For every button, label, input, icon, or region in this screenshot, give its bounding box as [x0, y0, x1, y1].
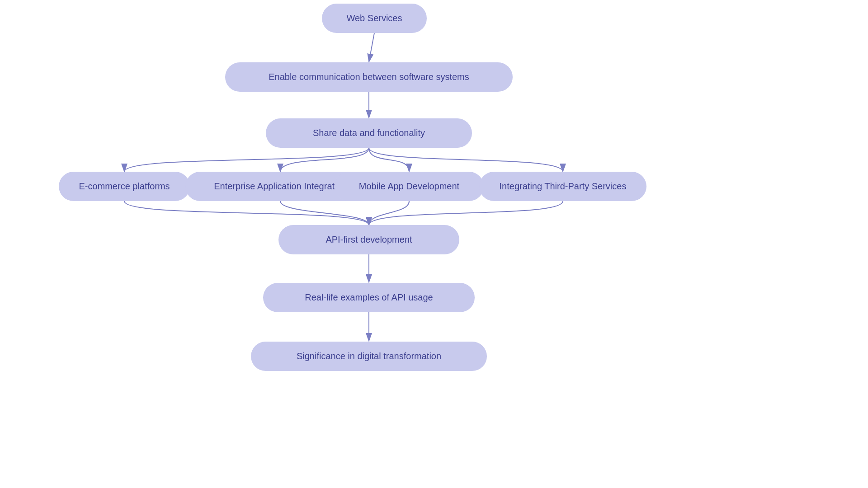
node-significance: Significance in digital transformation: [251, 342, 487, 371]
node-web-services: Web Services: [322, 4, 427, 33]
node-real-life: Real-life examples of API usage: [263, 283, 475, 312]
node-mobile: Mobile App Development: [335, 172, 484, 201]
node-ecommerce: E-commerce platforms: [59, 172, 190, 201]
node-share-data: Share data and functionality: [266, 118, 472, 148]
svg-line-1: [369, 33, 374, 62]
node-enable-communication: Enable communication between software sy…: [225, 62, 513, 92]
node-third-party: Integrating Third-Party Services: [479, 172, 646, 201]
node-api-first: API-first development: [278, 225, 459, 254]
